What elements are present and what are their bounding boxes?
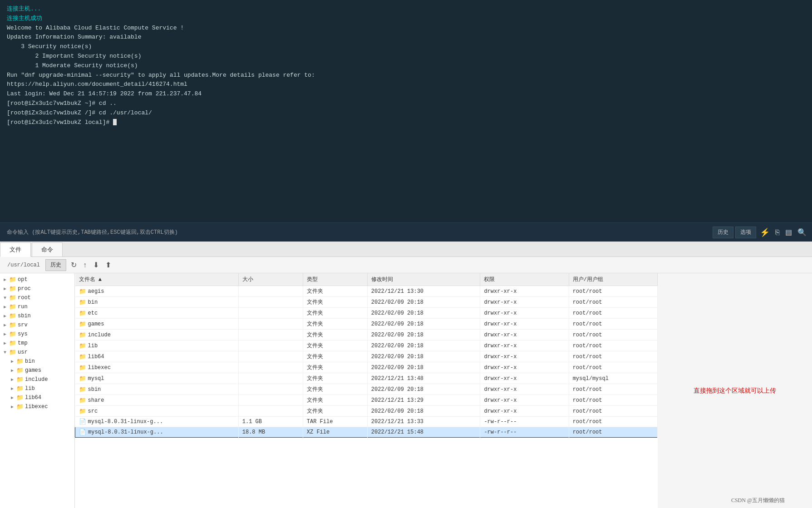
table-cell: 2022/12/21 13:48	[367, 373, 480, 384]
table-cell: 📁etc	[75, 308, 239, 319]
tree-item-label: sys	[18, 331, 28, 337]
table-cell: TAR File	[303, 417, 367, 427]
table-cell: 18.8 MB	[238, 427, 303, 438]
table-row[interactable]: 📁lib文件夹2022/02/09 20:18drwxr-xr-xroot/ro…	[75, 340, 658, 351]
expand-icon: ▶	[11, 404, 16, 409]
table-row[interactable]: 📁share文件夹2022/12/21 13:29drwxr-xr-xroot/…	[75, 395, 658, 406]
table-row[interactable]: 📁etc文件夹2022/02/09 20:18drwxr-xr-xroot/ro…	[75, 308, 658, 319]
tree-item-tmp[interactable]: ▶📁tmp	[0, 339, 74, 348]
column-header[interactable]: 大小	[238, 273, 303, 286]
tree-item-root[interactable]: ▼📁root	[0, 293, 74, 302]
folder-icon: 📁	[79, 321, 86, 328]
table-cell	[238, 395, 303, 406]
file-icon-wrapper: 📁libexec	[79, 364, 111, 371]
column-header[interactable]: 用户/用户组	[569, 273, 657, 286]
folder-icon: 📁	[79, 310, 86, 317]
tree-item-sbin[interactable]: ▶📁sbin	[0, 311, 74, 321]
upload-icon[interactable]: ⬆	[103, 260, 113, 270]
tab-files[interactable]: 文件	[0, 242, 31, 257]
table-row[interactable]: 📁libexec文件夹2022/02/09 20:18drwxr-xr-xroo…	[75, 362, 658, 373]
column-header[interactable]: 权限	[480, 273, 569, 286]
table-cell: 📁aegis	[75, 286, 239, 297]
table-row[interactable]: 📁sbin文件夹2022/02/09 20:18drwxr-xr-xroot/r…	[75, 384, 658, 395]
download-icon[interactable]: ⬇	[91, 260, 101, 270]
tree-item-lib[interactable]: ▶📁lib	[0, 384, 74, 393]
tree-item-lib64[interactable]: ▶📁lib64	[0, 393, 74, 402]
table-cell: drwxr-xr-x	[480, 297, 569, 308]
expand-icon: ▶	[11, 359, 16, 364]
table-row[interactable]: 📁aegis文件夹2022/12/21 13:30drwxr-xr-xroot/…	[75, 286, 658, 297]
tree-item-label: bin	[25, 358, 35, 365]
history-button[interactable]: 历史	[713, 227, 733, 238]
table-cell: drwxr-xr-x	[480, 384, 569, 395]
table-cell	[238, 297, 303, 308]
copy-icon[interactable]: ⎘	[773, 228, 782, 237]
tree-item-label: sbin	[18, 313, 31, 319]
tree-item-sys[interactable]: ▶📁sys	[0, 330, 74, 339]
table-cell: root/root	[569, 351, 657, 362]
table-cell: 2022/12/21 13:33	[367, 417, 480, 427]
table-cell: 文件夹	[303, 308, 367, 319]
tree-item-label: lib64	[25, 395, 41, 401]
options-button[interactable]: 选项	[735, 227, 756, 238]
table-cell: 📁share	[75, 395, 239, 406]
table-cell: 2022/02/09 20:18	[367, 384, 480, 395]
table-cell: 2022/02/09 20:18	[367, 340, 480, 351]
search-icon[interactable]: 🔍	[796, 228, 808, 237]
up-icon[interactable]: ↑	[81, 260, 89, 270]
current-path: /usr/local	[5, 261, 43, 269]
table-cell: 📄mysql-8.0.31-linux-g...	[75, 427, 239, 438]
table-cell: root/root	[569, 330, 657, 340]
command-input-area[interactable]: 命令输入 (按ALT键提示历史,TAB键路径,ESC键返回,双击CTRL切换)	[0, 223, 713, 242]
fm-history-button[interactable]: 历史	[45, 259, 66, 271]
upload-drop-zone[interactable]: 直接拖到这个区域就可以上传	[658, 273, 812, 508]
expand-icon: ▶	[11, 368, 16, 373]
table-cell: root/root	[569, 308, 657, 319]
tree-item-proc[interactable]: ▶📁proc	[0, 284, 74, 293]
file-name: etc	[88, 310, 98, 316]
file-name: mysql-8.0.31-linux-g...	[88, 419, 163, 425]
tree-item-bin[interactable]: ▶📁bin	[0, 357, 74, 366]
column-header[interactable]: 修改时间	[367, 273, 480, 286]
file-manager-toolbar: /usr/local 历史 ↻ ↑ ⬇ ⬆	[0, 257, 812, 273]
table-cell: 1.1 GB	[238, 417, 303, 427]
table-row[interactable]: 📁include文件夹2022/02/09 20:18drwxr-xr-xroo…	[75, 330, 658, 340]
table-row[interactable]: 📁lib64文件夹2022/02/09 20:18drwxr-xr-xroot/…	[75, 351, 658, 362]
save-icon[interactable]: ▤	[783, 228, 794, 237]
folder-icon: 📁	[9, 349, 16, 356]
tree-item-run[interactable]: ▶📁run	[0, 302, 74, 311]
tree-item-games[interactable]: ▶📁games	[0, 366, 74, 375]
upload-hint-text: 直接拖到这个区域就可以上传	[694, 387, 776, 395]
column-header[interactable]: 类型	[303, 273, 367, 286]
expand-icon: ▼	[4, 350, 9, 355]
table-cell: 2022/12/21 13:29	[367, 395, 480, 406]
table-row[interactable]: 📁src文件夹2022/02/09 20:18drwxr-xr-xroot/ro…	[75, 406, 658, 417]
lightning-icon[interactable]: ⚡	[758, 227, 772, 237]
table-cell: 文件夹	[303, 384, 367, 395]
table-cell: drwxr-xr-x	[480, 406, 569, 417]
table-cell: drwxr-xr-x	[480, 362, 569, 373]
table-row[interactable]: 📁games文件夹2022/02/09 20:18drwxr-xr-xroot/…	[75, 319, 658, 330]
folder-icon: 📁	[16, 358, 24, 365]
refresh-icon[interactable]: ↻	[69, 260, 79, 270]
tree-item-srv[interactable]: ▶📁srv	[0, 321, 74, 330]
table-cell: root/root	[569, 362, 657, 373]
table-cell: drwxr-xr-x	[480, 286, 569, 297]
tab-commands[interactable]: 命令	[32, 242, 63, 256]
expand-icon: ▶	[4, 286, 9, 291]
table-cell: 2022/02/09 20:18	[367, 351, 480, 362]
tree-item-libexec[interactable]: ▶📁libexec	[0, 402, 74, 411]
table-cell: 📁include	[75, 330, 239, 340]
tree-item-include[interactable]: ▶📁include	[0, 375, 74, 384]
table-row[interactable]: 📁bin文件夹2022/02/09 20:18drwxr-xr-xroot/ro…	[75, 297, 658, 308]
folder-icon: 📁	[16, 376, 24, 383]
table-row[interactable]: 📄mysql-8.0.31-linux-g...1.1 GBTAR File20…	[75, 417, 658, 427]
tree-item-opt[interactable]: ▶📁opt	[0, 275, 74, 284]
file-icon: 📄	[79, 418, 86, 425]
column-header[interactable]: 文件名 ▲	[75, 273, 239, 286]
tree-item-usr[interactable]: ▼📁usr	[0, 348, 74, 357]
table-row[interactable]: 📄mysql-8.0.31-linux-g...18.8 MBXZ File20…	[75, 427, 658, 438]
table-cell: 2022/02/09 20:18	[367, 362, 480, 373]
table-cell: 2022/02/09 20:18	[367, 297, 480, 308]
table-row[interactable]: 📁mysql文件夹2022/12/21 13:48drwxr-xr-xmysql…	[75, 373, 658, 384]
